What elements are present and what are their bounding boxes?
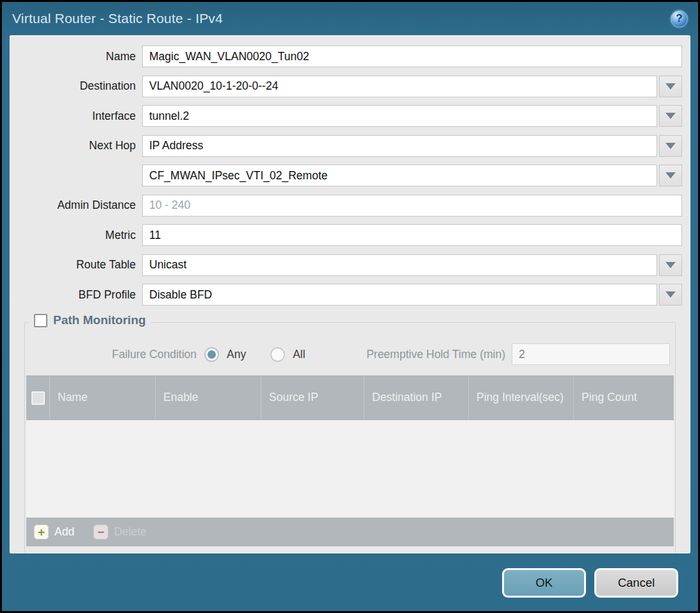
chevron-down-icon <box>665 143 676 149</box>
column-header-enable[interactable]: Enable <box>156 375 261 420</box>
add-button-label: Add <box>54 525 74 539</box>
preemptive-hold-time-label: Preemptive Hold Time (min) <box>366 348 512 361</box>
table-select-all-cell <box>26 375 50 420</box>
form-row-route-table: Route Table <box>17 254 682 276</box>
chevron-down-icon <box>665 83 676 90</box>
column-header-source-ip[interactable]: Source IP <box>261 375 364 420</box>
name-input[interactable] <box>142 45 682 67</box>
failure-condition-label: Failure Condition <box>26 348 204 361</box>
help-icon[interactable]: ? <box>671 10 688 28</box>
add-button[interactable]: + Add <box>34 525 74 539</box>
path-monitoring-table: Name Enable Source IP Destination IP Pin… <box>26 375 674 546</box>
radio-any-label: Any <box>227 348 246 361</box>
radio-selected-icon <box>204 347 219 362</box>
form-row-bfd-profile: BFD Profile <box>17 284 682 306</box>
column-header-name[interactable]: Name <box>50 375 156 420</box>
admin-distance-input[interactable] <box>142 195 682 217</box>
minus-icon: − <box>94 525 108 539</box>
preemptive-hold-time-input[interactable] <box>512 343 670 365</box>
destination-dropdown-button[interactable] <box>659 76 682 97</box>
destination-label: Destination <box>17 79 142 93</box>
radio-unselected-icon <box>270 347 285 362</box>
table-header-row: Name Enable Source IP Destination IP Pin… <box>26 375 674 420</box>
next-hop-address-dropdown-button[interactable] <box>659 165 682 186</box>
column-header-destination-ip[interactable]: Destination IP <box>364 375 469 420</box>
interface-dropdown-button[interactable] <box>659 105 682 127</box>
radio-all-label: All <box>293 348 305 361</box>
column-header-ping-interval[interactable]: Ping Interval(sec) <box>469 375 574 420</box>
dialog-title: Virtual Router - Static Route - IPv4 <box>12 11 223 26</box>
route-table-input[interactable] <box>142 254 657 276</box>
form-row-next-hop-address <box>17 165 682 186</box>
table-toolbar: + Add − Delete <box>26 518 674 546</box>
bfd-profile-label: BFD Profile <box>17 288 142 302</box>
bfd-profile-input[interactable] <box>142 284 657 306</box>
failure-condition-row: Failure Condition Any All Preemptive Hol… <box>26 343 670 365</box>
select-all-checkbox[interactable] <box>31 391 45 405</box>
path-monitoring-title: Path Monitoring <box>53 313 146 327</box>
path-monitoring-checkbox[interactable] <box>34 314 47 327</box>
form-row-destination: Destination <box>17 76 682 97</box>
next-hop-type-input[interactable] <box>142 135 657 157</box>
chevron-down-icon <box>665 291 676 298</box>
dialog-footer: OK Cancel <box>2 553 698 611</box>
destination-input[interactable] <box>142 76 657 97</box>
metric-label: Metric <box>17 229 142 242</box>
failure-condition-any-radio[interactable]: Any <box>204 347 246 362</box>
form-row-metric: Metric <box>17 224 682 246</box>
cancel-button[interactable]: Cancel <box>594 568 678 598</box>
dialog-screen: Virtual Router - Static Route - IPv4 ? N… <box>0 0 700 613</box>
admin-distance-label: Admin Distance <box>17 199 142 212</box>
route-table-label: Route Table <box>17 258 142 272</box>
form-row-admin-distance: Admin Distance <box>17 195 682 217</box>
delete-button[interactable]: − Delete <box>94 525 147 539</box>
metric-input[interactable] <box>142 224 682 246</box>
next-hop-address-input[interactable] <box>142 165 657 186</box>
form-row-interface: Interface <box>17 105 682 127</box>
table-body-empty <box>26 420 674 518</box>
failure-condition-all-radio[interactable]: All <box>270 347 305 362</box>
chevron-down-icon <box>665 113 676 119</box>
name-label: Name <box>17 50 142 63</box>
next-hop-type-dropdown-button[interactable] <box>659 135 682 157</box>
ok-button[interactable]: OK <box>502 568 586 598</box>
route-table-dropdown-button[interactable] <box>659 254 682 276</box>
plus-icon: + <box>34 525 49 539</box>
next-hop-label: Next Hop <box>17 139 142 152</box>
dialog-body: Name Destination Interface <box>10 35 690 553</box>
form-row-next-hop: Next Hop <box>17 135 682 157</box>
path-monitoring-section: Path Monitoring Failure Condition Any Al… <box>24 322 676 553</box>
delete-button-label: Delete <box>114 525 147 539</box>
static-route-dialog: Virtual Router - Static Route - IPv4 ? N… <box>2 2 698 611</box>
form-row-name: Name <box>17 45 682 67</box>
dialog-titlebar: Virtual Router - Static Route - IPv4 ? <box>2 2 698 35</box>
interface-label: Interface <box>17 110 142 123</box>
column-header-ping-count[interactable]: Ping Count <box>574 375 674 420</box>
chevron-down-icon <box>665 172 676 179</box>
chevron-down-icon <box>665 262 676 268</box>
bfd-profile-dropdown-button[interactable] <box>659 284 682 306</box>
interface-input[interactable] <box>142 105 657 127</box>
path-monitoring-legend: Path Monitoring <box>29 313 151 327</box>
